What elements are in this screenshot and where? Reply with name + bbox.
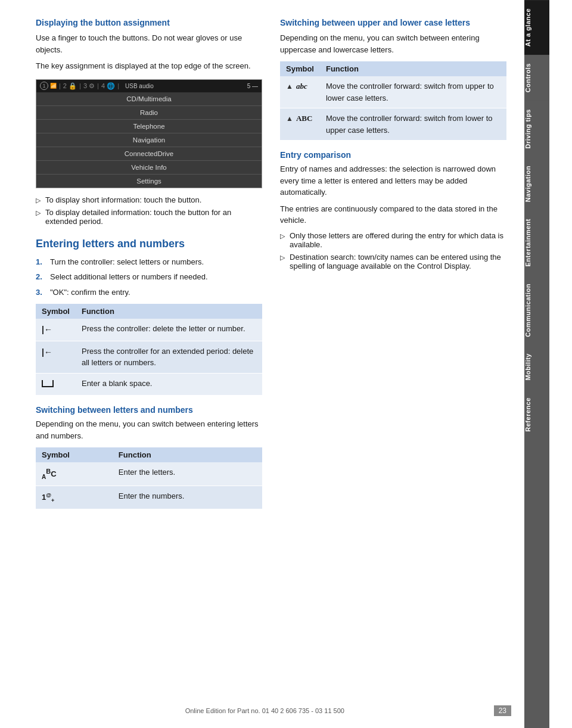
function-to-lower: Move the controller forward: switch from… — [320, 76, 506, 108]
symbol-to-lower: ▲ abc — [280, 76, 320, 108]
sidebar-tab-communication[interactable]: Communication — [524, 275, 549, 346]
switching-letters-numbers-title: Switching between letters and numbers — [36, 405, 262, 415]
space-icon — [42, 380, 54, 387]
sidebar-tab-at-a-glance[interactable]: At a glance — [524, 0, 549, 55]
screen-tab-5: 5 — — [247, 83, 258, 89]
table-row-upper: ▲ ABC Move the controller forward: switc… — [280, 108, 506, 141]
entry-bullet-arrow-2: ▷ — [280, 254, 285, 262]
entry-comparison-para1: Entry of names and addresses: the select… — [280, 163, 506, 198]
function-to-upper: Move the controller forward: switch from… — [320, 108, 506, 141]
step-num-1: 1. — [36, 256, 45, 268]
entering-symbol-table: Symbol Function |← Press the controller:… — [36, 304, 262, 396]
menu-cd: CD/Multimedia — [36, 92, 262, 106]
switching-letters-numbers-para: Depending on the menu, you can switch be… — [36, 418, 262, 441]
screen-tab-3: 3 ⚙ — [83, 82, 95, 90]
entry-bullet-1: ▷ Only those letters are offered during … — [280, 231, 506, 249]
sidebar-tab-driving-tips[interactable]: Driving tips — [524, 101, 549, 157]
symbol-delete: |← — [36, 319, 76, 341]
sidebar-tab-entertainment[interactable]: Entertainment — [524, 210, 549, 275]
section-title-uppercase: Switching between upper and lower case l… — [280, 18, 506, 27]
table-row-numbers: 1@+ Enter the numbers. — [36, 486, 262, 509]
step-2: 2. Select additional letters or numbers … — [36, 271, 262, 283]
entry-comparison-para2: The entries are continuously compared to… — [280, 203, 506, 226]
symbol-delete-all: |← — [36, 341, 76, 373]
section-title-entering: Entering letters and numbers — [36, 238, 262, 250]
page-number: 23 — [494, 705, 511, 716]
step-3: 3. "OK": confirm the entry. — [36, 287, 262, 298]
displaying-para2: The key assignment is displayed at the t… — [36, 60, 262, 72]
table-row-delete-all: |← Press the controller for an extended … — [36, 341, 262, 373]
menu-radio: Radio — [36, 106, 262, 120]
ul-function-header: Function — [320, 61, 506, 76]
symbol-space — [36, 373, 76, 396]
screen-tab-4: 4 🌐 — [101, 82, 115, 90]
switch-symbol-header: Symbol — [36, 447, 113, 462]
symbol-letters: ABC — [36, 462, 113, 486]
step-num-3: 3. — [36, 287, 45, 298]
step-text-3: "OK": confirm the entry. — [50, 287, 130, 298]
screen-mockup: 1 📶 | 2 🔒 | 3 ⚙ | 4 🌐 | USB audio 5 — — [36, 79, 262, 188]
table-row-space: Enter a blank space. — [36, 373, 262, 396]
entry-bullet-text-1: Only those letters are offered during th… — [290, 231, 506, 249]
sidebar-tab-mobility[interactable]: Mobility — [524, 345, 549, 389]
section-title-displaying: Displaying the button assignment — [36, 18, 262, 27]
upper-lower-table: Symbol Function ▲ abc Mo — [280, 61, 506, 141]
step-num-2: 2. — [36, 271, 45, 283]
online-edition-text: Online Edition for Part no. 01 40 2 606 … — [185, 707, 344, 714]
step-text-1: Turn the controller: select letters or n… — [50, 256, 204, 268]
entry-bullet-2: ▷ Destination search: town/city names ca… — [280, 253, 506, 270]
bullet-text-1: To display short information: touch the … — [45, 195, 201, 204]
entry-bullet-text-2: Destination search: town/city names can … — [290, 253, 506, 270]
table-row-letters: ABC Enter the letters. — [36, 462, 262, 486]
function-space: Enter a blank space. — [76, 373, 262, 396]
switch-function-header: Function — [113, 447, 262, 462]
function-delete-all: Press the controller for an extended per… — [76, 341, 262, 373]
screen-tab-2: 2 🔒 — [63, 82, 77, 90]
menu-vehicle: Vehicle Info — [36, 161, 262, 175]
menu-settings: Settings — [36, 175, 262, 188]
function-numbers: Enter the numbers. — [113, 486, 262, 509]
symbol-col-header: Symbol — [36, 304, 76, 319]
sidebar-tab-reference[interactable]: Reference — [524, 389, 549, 440]
sidebar-tab-navigation[interactable]: Navigation — [524, 157, 549, 210]
usb-label: USB audio — [122, 82, 157, 91]
page-footer: Online Edition for Part no. 01 40 2 606 … — [0, 705, 547, 716]
bullet-display-detail: ▷ To display detailed information: touch… — [36, 208, 262, 226]
bullet-arrow-1: ▷ — [36, 197, 41, 204]
ul-symbol-header: Symbol — [280, 61, 320, 76]
bullet-arrow-2: ▷ — [36, 209, 41, 217]
displaying-para1: Use a finger to touch the buttons. Do no… — [36, 32, 262, 55]
table-row-delete: |← Press the controller: delete the lett… — [36, 319, 262, 341]
symbol-to-upper: ▲ ABC — [280, 108, 320, 141]
function-col-header: Function — [76, 304, 262, 319]
bullet-display-short: ▷ To display short information: touch th… — [36, 195, 262, 204]
menu-connected: ConnectedDrive — [36, 147, 262, 161]
screen-tab-1: 1 📶 — [40, 82, 57, 90]
table-row-lower: ▲ abc Move the controller forward: switc… — [280, 76, 506, 108]
switching-letters-numbers-table: Symbol Function ABC Enter the letters. — [36, 447, 262, 509]
switching-case-para: Depending on the menu, you can switch be… — [280, 32, 506, 55]
step-text-2: Select additional letters or numbers if … — [50, 271, 208, 283]
step-1: 1. Turn the controller: select letters o… — [36, 256, 262, 268]
function-delete: Press the controller: delete the letter … — [76, 319, 262, 341]
entry-comparison-title: Entry comparison — [280, 150, 506, 160]
entry-bullet-arrow-1: ▷ — [280, 232, 285, 240]
menu-navigation: Navigation — [36, 133, 262, 147]
entering-steps-list: 1. Turn the controller: select letters o… — [36, 256, 262, 298]
menu-telephone: Telephone — [36, 120, 262, 133]
bullet-text-2: To display detailed information: touch t… — [45, 208, 262, 226]
right-sidebar: At a glance Controls Driving tips Naviga… — [524, 0, 549, 728]
sidebar-tab-controls[interactable]: Controls — [524, 55, 549, 101]
symbol-numbers: 1@+ — [36, 486, 113, 509]
function-letters: Enter the letters. — [113, 462, 262, 486]
